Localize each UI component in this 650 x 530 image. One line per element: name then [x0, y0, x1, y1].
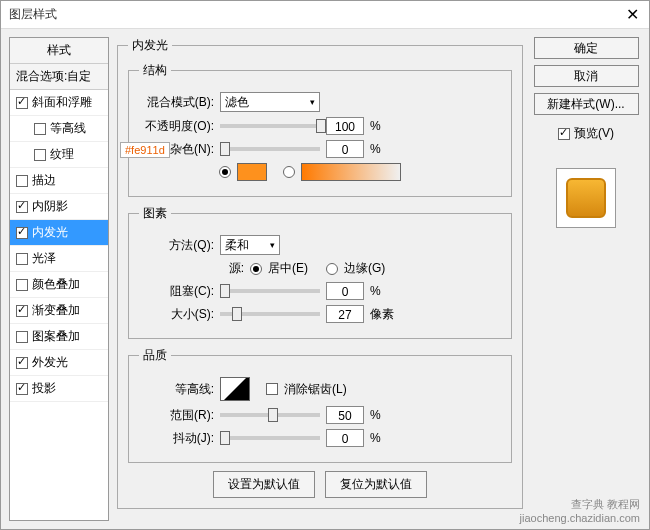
choke-slider[interactable]	[220, 289, 320, 293]
sidebar-item-label: 光泽	[32, 250, 56, 267]
sidebar-item[interactable]: 纹理	[10, 142, 108, 168]
reset-default-button[interactable]: 复位为默认值	[325, 471, 427, 498]
style-checkbox[interactable]	[16, 175, 28, 187]
contour-label: 等高线:	[139, 381, 214, 398]
preview-checkbox[interactable]	[558, 128, 570, 140]
size-label: 大小(S):	[139, 306, 214, 323]
source-center-label: 居中(E)	[268, 260, 308, 277]
new-style-button[interactable]: 新建样式(W)...	[534, 93, 639, 115]
style-checkbox[interactable]	[16, 305, 28, 317]
style-checkbox[interactable]	[16, 357, 28, 369]
size-slider[interactable]	[220, 312, 320, 316]
size-unit: 像素	[370, 306, 400, 323]
opacity-input[interactable]: 100	[326, 117, 364, 135]
style-checkbox[interactable]	[34, 149, 46, 161]
color-hex-note: #fe911d	[120, 142, 170, 158]
style-checkbox[interactable]	[16, 383, 28, 395]
make-default-button[interactable]: 设置为默认值	[213, 471, 315, 498]
noise-unit: %	[370, 142, 400, 156]
group-structure: 结构 混合模式(B): 滤色▾ 不透明度(O): 100 % 杂色(N)	[128, 62, 512, 197]
choke-input[interactable]: 0	[326, 282, 364, 300]
sidebar-item[interactable]: 图案叠加	[10, 324, 108, 350]
range-unit: %	[370, 408, 400, 422]
style-checkbox[interactable]	[16, 201, 28, 213]
titlebar: 图层样式 ✕	[1, 1, 649, 29]
sidebar-item[interactable]: 投影	[10, 376, 108, 402]
opacity-slider[interactable]	[220, 124, 320, 128]
sidebar-item-label: 内阴影	[32, 198, 68, 215]
group-quality: 品质 等高线: 消除锯齿(L) 范围(R): 50 %	[128, 347, 512, 463]
range-slider[interactable]	[220, 413, 320, 417]
sidebar-item-label: 内发光	[32, 224, 68, 241]
preview-label: 预览(V)	[574, 125, 614, 142]
group-elements: 图素 方法(Q): 柔和▾ 源: 居中(E) 边缘(G)	[128, 205, 512, 339]
quality-legend: 品质	[139, 347, 171, 364]
jitter-input[interactable]: 0	[326, 429, 364, 447]
style-checkbox[interactable]	[16, 279, 28, 291]
style-checkbox[interactable]	[16, 331, 28, 343]
choke-unit: %	[370, 284, 400, 298]
style-checkbox[interactable]	[34, 123, 46, 135]
chevron-down-icon: ▾	[310, 97, 315, 107]
noise-slider[interactable]	[220, 147, 320, 151]
sidebar-item[interactable]: 内阴影	[10, 194, 108, 220]
cancel-button[interactable]: 取消	[534, 65, 639, 87]
sidebar-item-label: 斜面和浮雕	[32, 94, 92, 111]
panel-inner-glow: 内发光 结构 混合模式(B): 滤色▾ 不透明度(O): 100 %	[117, 37, 523, 509]
sidebar-item[interactable]: 斜面和浮雕	[10, 90, 108, 116]
color-swatch[interactable]	[237, 163, 267, 181]
preview-thumbnail	[556, 168, 616, 228]
size-input[interactable]: 27	[326, 305, 364, 323]
structure-legend: 结构	[139, 62, 171, 79]
antialias-checkbox[interactable]	[266, 383, 278, 395]
sidebar-item[interactable]: 内发光	[10, 220, 108, 246]
watermark-line1: 查字典 教程网	[571, 497, 640, 512]
jitter-slider[interactable]	[220, 436, 320, 440]
style-checkbox[interactable]	[16, 97, 28, 109]
sidebar-item[interactable]: 等高线	[10, 116, 108, 142]
sidebar-item-label: 纹理	[50, 146, 74, 163]
sidebar-item[interactable]: 渐变叠加	[10, 298, 108, 324]
blend-mode-label: 混合模式(B):	[139, 94, 214, 111]
range-input[interactable]: 50	[326, 406, 364, 424]
sidebar-item-label: 渐变叠加	[32, 302, 80, 319]
jitter-label: 抖动(J):	[139, 430, 214, 447]
chevron-down-icon: ▾	[270, 240, 275, 250]
sidebar-item-label: 颜色叠加	[32, 276, 80, 293]
sidebar-item[interactable]: 外发光	[10, 350, 108, 376]
source-center-radio[interactable]	[250, 263, 262, 275]
elements-legend: 图素	[139, 205, 171, 222]
sidebar-item-label: 等高线	[50, 120, 86, 137]
contour-picker[interactable]	[220, 377, 250, 401]
opacity-unit: %	[370, 119, 400, 133]
antialias-label: 消除锯齿(L)	[284, 381, 347, 398]
sidebar-styles-header[interactable]: 样式	[10, 38, 108, 64]
styles-sidebar: 样式 混合选项:自定 斜面和浮雕等高线纹理描边内阴影内发光光泽颜色叠加渐变叠加图…	[9, 37, 109, 521]
close-icon[interactable]: ✕	[626, 5, 639, 24]
style-checkbox[interactable]	[16, 227, 28, 239]
range-label: 范围(R):	[139, 407, 214, 424]
noise-input[interactable]: 0	[326, 140, 364, 158]
jitter-unit: %	[370, 431, 400, 445]
sidebar-item[interactable]: 颜色叠加	[10, 272, 108, 298]
gradient-swatch[interactable]	[301, 163, 401, 181]
technique-label: 方法(Q):	[139, 237, 214, 254]
color-solid-radio[interactable]	[219, 166, 231, 178]
style-checkbox[interactable]	[16, 253, 28, 265]
color-gradient-radio[interactable]	[283, 166, 295, 178]
sidebar-item-label: 图案叠加	[32, 328, 80, 345]
sidebar-item[interactable]: 描边	[10, 168, 108, 194]
sidebar-item[interactable]: 光泽	[10, 246, 108, 272]
sidebar-item-label: 投影	[32, 380, 56, 397]
source-edge-label: 边缘(G)	[344, 260, 385, 277]
technique-combo[interactable]: 柔和▾	[220, 235, 280, 255]
panel-title: 内发光	[128, 37, 172, 54]
blend-mode-combo[interactable]: 滤色▾	[220, 92, 320, 112]
opacity-label: 不透明度(O):	[139, 118, 214, 135]
ok-button[interactable]: 确定	[534, 37, 639, 59]
sidebar-blend-header[interactable]: 混合选项:自定	[10, 64, 108, 90]
watermark-line2: jiaocheng.chazidian.com	[520, 512, 640, 524]
sidebar-item-label: 描边	[32, 172, 56, 189]
source-edge-radio[interactable]	[326, 263, 338, 275]
choke-label: 阻塞(C):	[139, 283, 214, 300]
